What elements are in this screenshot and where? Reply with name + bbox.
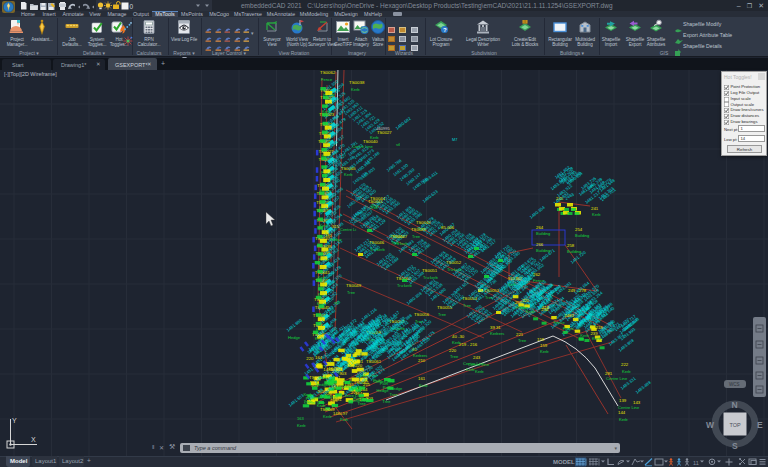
svg-text:11: 11	[693, 460, 699, 466]
svg-text:MODEL: MODEL	[553, 459, 575, 465]
